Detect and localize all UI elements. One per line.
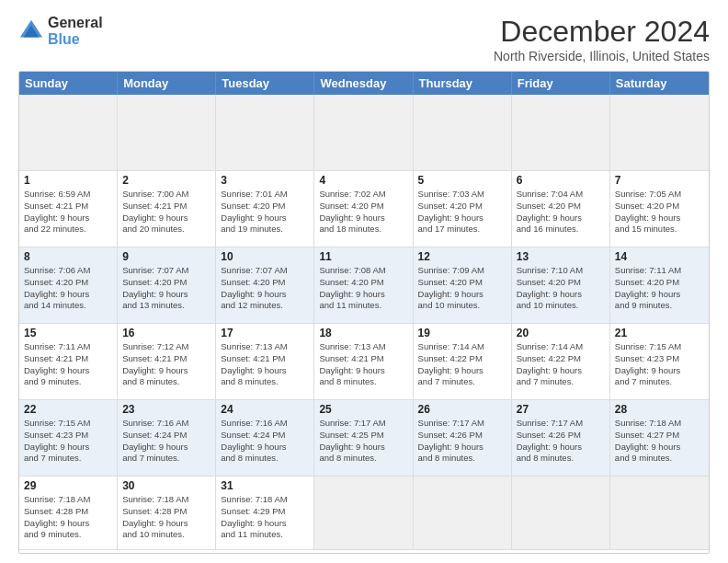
calendar-cell-13: 13Sunrise: 7:10 AM Sunset: 4:20 PM Dayli… xyxy=(512,247,610,324)
calendar-cell-8: 8Sunrise: 7:06 AM Sunset: 4:20 PM Daylig… xyxy=(19,247,118,324)
calendar-cell-25: 25Sunrise: 7:17 AM Sunset: 4:25 PM Dayli… xyxy=(314,400,413,477)
calendar-cell-27: 27Sunrise: 7:17 AM Sunset: 4:26 PM Dayli… xyxy=(512,400,610,477)
main-title: December 2024 xyxy=(494,15,710,49)
day-number: 22 xyxy=(24,403,112,416)
cell-info: Sunrise: 7:14 AM Sunset: 4:22 PM Dayligh… xyxy=(517,341,605,388)
calendar-cell-empty xyxy=(610,477,709,550)
day-number: 3 xyxy=(221,174,309,187)
day-number: 14 xyxy=(615,250,704,263)
cell-info: Sunrise: 7:13 AM Sunset: 4:21 PM Dayligh… xyxy=(319,341,407,388)
cell-info: Sunrise: 7:16 AM Sunset: 4:24 PM Dayligh… xyxy=(122,418,210,465)
cell-info: Sunrise: 7:08 AM Sunset: 4:20 PM Dayligh… xyxy=(319,265,407,312)
day-number: 19 xyxy=(418,327,506,339)
cell-info: Sunrise: 7:17 AM Sunset: 4:26 PM Dayligh… xyxy=(517,418,605,465)
day-number: 24 xyxy=(221,403,309,416)
header-day-sunday: Sunday xyxy=(19,72,118,95)
day-number: 13 xyxy=(517,250,605,263)
calendar-cell-2: 2Sunrise: 7:00 AM Sunset: 4:21 PM Daylig… xyxy=(118,171,216,247)
day-number: 31 xyxy=(221,479,309,492)
calendar-cell-empty xyxy=(19,95,118,171)
header: General Blue December 2024 North Riversi… xyxy=(18,15,710,63)
calendar-cell-30: 30Sunrise: 7:18 AM Sunset: 4:28 PM Dayli… xyxy=(118,477,216,550)
cell-info: Sunrise: 7:18 AM Sunset: 4:28 PM Dayligh… xyxy=(122,494,210,541)
cell-info: Sunrise: 7:06 AM Sunset: 4:20 PM Dayligh… xyxy=(24,265,112,312)
day-number: 2 xyxy=(122,174,210,187)
cell-info: Sunrise: 7:13 AM Sunset: 4:21 PM Dayligh… xyxy=(221,341,309,388)
cell-info: Sunrise: 7:18 AM Sunset: 4:29 PM Dayligh… xyxy=(221,494,309,541)
calendar-cell-18: 18Sunrise: 7:13 AM Sunset: 4:21 PM Dayli… xyxy=(314,324,413,400)
cell-info: Sunrise: 7:07 AM Sunset: 4:20 PM Dayligh… xyxy=(122,265,210,312)
page: General Blue December 2024 North Riversi… xyxy=(0,0,728,563)
calendar-cell-23: 23Sunrise: 7:16 AM Sunset: 4:24 PM Dayli… xyxy=(118,400,216,477)
calendar-cell-14: 14Sunrise: 7:11 AM Sunset: 4:20 PM Dayli… xyxy=(610,247,709,324)
calendar-cell-26: 26Sunrise: 7:17 AM Sunset: 4:26 PM Dayli… xyxy=(414,400,512,477)
day-number: 30 xyxy=(122,479,210,492)
calendar-cell-empty xyxy=(610,95,709,171)
cell-info: Sunrise: 7:17 AM Sunset: 4:25 PM Dayligh… xyxy=(319,418,407,465)
cell-info: Sunrise: 7:15 AM Sunset: 4:23 PM Dayligh… xyxy=(24,418,112,465)
calendar-cell-empty xyxy=(414,95,512,171)
calendar-cell-29: 29Sunrise: 7:18 AM Sunset: 4:28 PM Dayli… xyxy=(19,477,118,550)
title-block: December 2024 North Riverside, Illinois,… xyxy=(494,15,710,63)
calendar-cell-28: 28Sunrise: 7:18 AM Sunset: 4:27 PM Dayli… xyxy=(610,400,709,477)
day-number: 10 xyxy=(221,250,309,263)
calendar-cell-22: 22Sunrise: 7:15 AM Sunset: 4:23 PM Dayli… xyxy=(19,400,118,477)
logo-icon xyxy=(18,18,44,44)
day-number: 18 xyxy=(319,327,407,339)
day-number: 6 xyxy=(517,174,605,187)
day-number: 16 xyxy=(122,327,210,339)
subtitle: North Riverside, Illinois, United States xyxy=(494,49,710,63)
cell-info: Sunrise: 7:04 AM Sunset: 4:20 PM Dayligh… xyxy=(517,189,605,236)
day-number: 20 xyxy=(517,327,605,339)
calendar-cell-3: 3Sunrise: 7:01 AM Sunset: 4:20 PM Daylig… xyxy=(216,171,314,247)
calendar-cell-7: 7Sunrise: 7:05 AM Sunset: 4:20 PM Daylig… xyxy=(610,171,709,247)
calendar-cell-empty xyxy=(512,477,610,550)
day-number: 4 xyxy=(319,174,407,187)
cell-info: Sunrise: 7:10 AM Sunset: 4:20 PM Dayligh… xyxy=(517,265,605,312)
cell-info: Sunrise: 7:11 AM Sunset: 4:21 PM Dayligh… xyxy=(24,341,112,388)
cell-info: Sunrise: 7:14 AM Sunset: 4:22 PM Dayligh… xyxy=(418,341,506,388)
day-number: 12 xyxy=(418,250,506,263)
cell-info: Sunrise: 7:17 AM Sunset: 4:26 PM Dayligh… xyxy=(418,418,506,465)
day-number: 26 xyxy=(418,403,506,416)
calendar-cell-5: 5Sunrise: 7:03 AM Sunset: 4:20 PM Daylig… xyxy=(414,171,512,247)
cell-info: Sunrise: 7:12 AM Sunset: 4:21 PM Dayligh… xyxy=(122,341,210,388)
cell-info: Sunrise: 7:16 AM Sunset: 4:24 PM Dayligh… xyxy=(221,418,309,465)
calendar-cell-20: 20Sunrise: 7:14 AM Sunset: 4:22 PM Dayli… xyxy=(512,324,610,400)
day-number: 15 xyxy=(24,327,112,339)
calendar-cell-17: 17Sunrise: 7:13 AM Sunset: 4:21 PM Dayli… xyxy=(216,324,314,400)
cell-info: Sunrise: 7:11 AM Sunset: 4:20 PM Dayligh… xyxy=(615,265,704,312)
header-day-saturday: Saturday xyxy=(610,72,709,95)
day-number: 27 xyxy=(517,403,605,416)
calendar-cell-11: 11Sunrise: 7:08 AM Sunset: 4:20 PM Dayli… xyxy=(314,247,413,324)
day-number: 23 xyxy=(122,403,210,416)
header-day-friday: Friday xyxy=(512,72,610,95)
calendar: SundayMondayTuesdayWednesdayThursdayFrid… xyxy=(18,71,710,554)
day-number: 7 xyxy=(615,174,704,187)
calendar-cell-15: 15Sunrise: 7:11 AM Sunset: 4:21 PM Dayli… xyxy=(19,324,118,400)
cell-info: Sunrise: 6:59 AM Sunset: 4:21 PM Dayligh… xyxy=(24,189,112,236)
cell-info: Sunrise: 7:05 AM Sunset: 4:20 PM Dayligh… xyxy=(615,189,704,236)
calendar-cell-empty xyxy=(118,95,216,171)
calendar-cell-31: 31Sunrise: 7:18 AM Sunset: 4:29 PM Dayli… xyxy=(216,477,314,550)
cell-info: Sunrise: 7:09 AM Sunset: 4:20 PM Dayligh… xyxy=(418,265,506,312)
calendar-cell-empty xyxy=(216,95,314,171)
header-day-tuesday: Tuesday xyxy=(216,72,314,95)
day-number: 9 xyxy=(122,250,210,263)
calendar-body: 1Sunrise: 6:59 AM Sunset: 4:21 PM Daylig… xyxy=(19,95,709,550)
calendar-cell-12: 12Sunrise: 7:09 AM Sunset: 4:20 PM Dayli… xyxy=(414,247,512,324)
cell-info: Sunrise: 7:07 AM Sunset: 4:20 PM Dayligh… xyxy=(221,265,309,312)
calendar-cell-empty xyxy=(314,477,413,550)
day-number: 25 xyxy=(319,403,407,416)
day-number: 11 xyxy=(319,250,407,263)
calendar-cell-1: 1Sunrise: 6:59 AM Sunset: 4:21 PM Daylig… xyxy=(19,171,118,247)
logo-text-general: General xyxy=(48,15,103,31)
logo-text-blue: Blue xyxy=(48,31,103,48)
calendar-cell-16: 16Sunrise: 7:12 AM Sunset: 4:21 PM Dayli… xyxy=(118,324,216,400)
header-day-wednesday: Wednesday xyxy=(314,72,413,95)
calendar-cell-empty xyxy=(414,477,512,550)
cell-info: Sunrise: 7:02 AM Sunset: 4:20 PM Dayligh… xyxy=(319,189,407,236)
header-day-monday: Monday xyxy=(118,72,216,95)
logo: General Blue xyxy=(18,15,103,47)
day-number: 17 xyxy=(221,327,309,339)
